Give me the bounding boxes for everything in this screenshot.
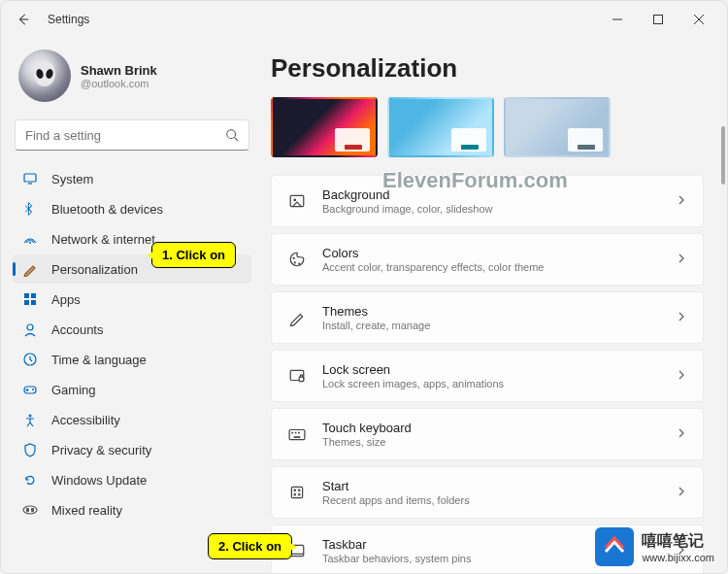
chevron-right-icon [676,484,687,501]
window-title: Settings [48,13,89,26]
theme-preview-2[interactable] [387,97,494,157]
chevron-right-icon [676,192,687,210]
theme-preview-1[interactable] [271,97,378,157]
minimize-button[interactable] [597,5,638,34]
setting-lockscreen[interactable]: Lock screenLock screen images, apps, ani… [271,350,704,402]
svg-point-21 [293,257,295,259]
chevron-right-icon [676,367,687,385]
svg-point-16 [23,506,37,514]
scrollbar[interactable] [719,126,725,545]
setting-themes[interactable]: ThemesInstall, create, manage [271,291,704,344]
setting-desc: Accent color, transparency effects, colo… [322,261,660,273]
sidebar-item-bluetooth[interactable]: Bluetooth & devices [13,194,251,223]
nav-list: SystemBluetooth & devicesNetwork & inter… [13,164,251,524]
setting-title: Lock screen [322,362,660,377]
sidebar-item-label: Mixed reality [51,503,122,518]
setting-desc: Lock screen images, apps, animations [322,378,660,389]
svg-rect-0 [654,16,663,24]
sidebar-item-label: System [51,172,93,186]
setting-start[interactable]: StartRecent apps and items, folders [271,466,704,519]
svg-rect-19 [290,195,304,206]
svg-rect-31 [291,487,302,497]
sidebar-item-privacy[interactable]: Privacy & security [13,435,251,464]
setting-desc: Background image, color, slideshow [322,203,660,215]
profile-name: Shawn Brink [81,63,157,78]
svg-rect-33 [298,490,300,491]
window-controls [597,5,719,34]
logo-text-url: www.bijixx.com [642,552,714,563]
minimize-icon [612,15,622,24]
svg-point-4 [227,130,236,139]
svg-rect-35 [298,493,300,495]
setting-title: Colors [322,246,660,260]
svg-rect-9 [24,300,29,305]
sidebar-item-system[interactable]: System [13,164,251,193]
search-icon [225,128,239,142]
logo-text-cn: 嘻嘻笔记 [642,531,714,552]
svg-point-6 [29,242,31,244]
svg-rect-26 [289,430,305,440]
chevron-right-icon [676,425,687,443]
sidebar-item-update[interactable]: Windows Update [13,465,251,494]
back-button[interactable] [9,5,38,34]
lockscreen-icon [287,366,307,386]
svg-rect-10 [31,300,36,305]
accessibility-icon [22,412,38,427]
accounts-icon [22,321,38,337]
search-input[interactable] [25,128,225,143]
watermark-logo: 嘻嘻笔记 www.bijixx.com [595,527,714,566]
sidebar-item-label: Privacy & security [51,443,151,457]
svg-rect-27 [291,432,293,434]
svg-rect-34 [294,493,296,495]
settings-window: Settings Shawn Brink @outlook.com Syst [0,0,728,574]
setting-touchkb[interactable]: Touch keyboardThemes, size [271,408,704,460]
bluetooth-icon [22,201,38,217]
page-title: Personalization [271,53,704,84]
annotation-callout-2: 2. Click on [208,533,292,559]
theme-preview-3[interactable] [504,97,611,157]
scroll-thumb[interactable] [721,126,725,185]
back-arrow-icon [17,13,30,26]
search-box[interactable] [15,119,249,151]
logo-square-icon [595,527,634,566]
start-icon [287,483,307,502]
system-icon [22,171,38,186]
setting-desc: Recent apps and items, folders [322,494,660,506]
sidebar-item-accounts[interactable]: Accounts [13,315,251,344]
gaming-icon [22,382,38,397]
sidebar-item-gaming[interactable]: Gaming [13,375,251,404]
theme-previews [271,97,704,157]
svg-point-15 [29,415,32,418]
avatar-alien-icon [27,58,62,93]
touchkb-icon [287,424,307,444]
svg-rect-7 [24,293,29,298]
sidebar-item-mixed[interactable]: Mixed reality [13,495,251,524]
setting-colors[interactable]: ColorsAccent color, transparency effects… [271,233,704,286]
svg-rect-29 [298,432,300,434]
svg-rect-5 [24,174,36,182]
background-icon [287,191,307,211]
profile-section[interactable]: Shawn Brink @outlook.com [13,44,251,112]
sidebar-item-apps[interactable]: Apps [13,285,251,314]
svg-rect-30 [294,436,301,438]
sidebar-item-label: Windows Update [51,473,147,488]
svg-rect-25 [299,377,304,382]
close-button[interactable] [678,5,719,34]
titlebar: Settings [1,1,727,38]
apps-icon [22,291,38,307]
profile-email: @outlook.com [81,78,157,89]
maximize-button[interactable] [638,5,678,34]
privacy-icon [22,442,38,457]
setting-title: Themes [322,304,660,319]
settings-list: BackgroundBackground image, color, slide… [271,175,704,573]
setting-background[interactable]: BackgroundBackground image, color, slide… [271,175,704,227]
sidebar-item-time[interactable]: Time & language [13,345,251,374]
sidebar-item-accessibility[interactable]: Accessibility [13,405,251,434]
svg-point-20 [293,199,296,202]
sidebar-item-label: Gaming [51,383,96,397]
annotation-callout-1: 1. Click on [151,242,236,268]
setting-title: Background [322,187,660,202]
profile-text: Shawn Brink @outlook.com [81,63,157,89]
svg-rect-17 [26,508,29,512]
svg-rect-18 [31,508,34,512]
